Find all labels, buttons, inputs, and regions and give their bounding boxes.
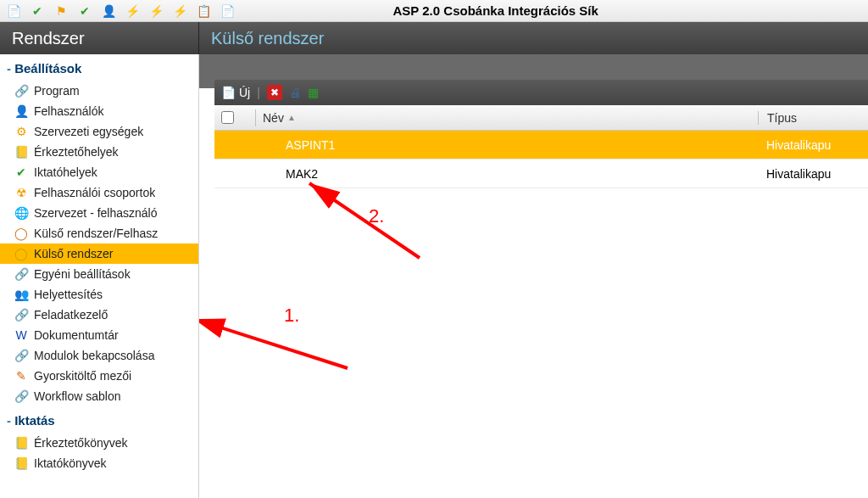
app-title: ASP 2.0 Csobánka Integrációs Sík bbox=[393, 3, 598, 18]
tb-icon-2[interactable]: ✔ bbox=[27, 2, 47, 20]
svg-line-0 bbox=[199, 319, 348, 368]
select-all-checkbox[interactable] bbox=[221, 111, 234, 124]
sidebar-item-label: Egyéni beállítások bbox=[34, 267, 131, 281]
row-name: ASPINT1 bbox=[286, 138, 758, 152]
new-button[interactable]: 📄 Új bbox=[221, 86, 250, 99]
sidebar-item[interactable]: 🔗Workflow sablon bbox=[0, 386, 198, 406]
sidebar-item-icon: ☢ bbox=[14, 185, 29, 200]
tb-icon-8[interactable]: ⚡ bbox=[170, 2, 190, 20]
sidebar-item-label: Felhasználói csoportok bbox=[34, 186, 155, 199]
sidebar-item[interactable]: WDokumentumtár bbox=[0, 325, 198, 345]
sort-asc-icon: ▲ bbox=[287, 113, 296, 122]
sidebar-item-icon: 📒 bbox=[14, 435, 29, 450]
sidebar-item-icon: ◯ bbox=[14, 226, 29, 241]
sidebar-item[interactable]: 👥Helyettesítés bbox=[0, 284, 198, 305]
table-row[interactable]: MAK2Hivatalikapu bbox=[214, 159, 868, 188]
sidebar-item-icon: ◯ bbox=[14, 246, 29, 261]
sidebar-item[interactable]: 🔗Egyéni beállítások bbox=[0, 264, 198, 284]
content-toolbar: 📄 Új | ✖ 🖨 ▦ bbox=[214, 80, 868, 105]
export-excel-button[interactable]: ▦ bbox=[308, 86, 319, 99]
sidebar-item[interactable]: ◯Külső rendszer bbox=[0, 243, 198, 264]
sidebar-item-icon: ✔ bbox=[14, 165, 29, 180]
sidebar-item[interactable]: 👤Felhasználók bbox=[0, 101, 198, 121]
sidebar-item[interactable]: ⚙Szervezeti egységek bbox=[0, 121, 198, 142]
column-separator bbox=[255, 109, 256, 126]
annotation-1: 1. bbox=[284, 305, 299, 327]
sidebar-item-label: Érkeztetőkönyvek bbox=[34, 436, 128, 450]
annotation-2: 2. bbox=[369, 205, 384, 227]
row-type: Hivatalikapu bbox=[758, 167, 868, 181]
sidebar-item-icon: 📒 bbox=[14, 144, 29, 159]
table-row[interactable]: ASPINT1Hivatalikapu bbox=[214, 131, 868, 159]
column-header-name[interactable]: Név ▲ bbox=[263, 111, 758, 125]
tb-icon-5[interactable]: 👤 bbox=[98, 2, 119, 20]
header-left-title: Rendszer bbox=[0, 22, 199, 54]
sidebar-item-icon: 🌐 bbox=[14, 205, 29, 221]
tb-icon-4[interactable]: ✔ bbox=[75, 2, 95, 20]
sidebar-item[interactable]: 🔗Feladatkezelő bbox=[0, 305, 198, 325]
toolbar-separator: | bbox=[257, 86, 260, 99]
sidebar-item[interactable]: ◯Külső rendszer/Felhasz bbox=[0, 223, 198, 243]
print-button[interactable]: 🖨 bbox=[289, 86, 301, 99]
sidebar-item-icon: W bbox=[14, 327, 29, 343]
sidebar-item-icon: 🔗 bbox=[14, 348, 29, 363]
sidebar-item-label: Iktatóhelyek bbox=[34, 165, 97, 179]
sidebar-item-label: Modulok bekapcsolása bbox=[34, 349, 154, 362]
main-content: 📄 Új | ✖ 🖨 ▦ Név ▲ Típus ASPINT1Hivatali… bbox=[199, 54, 868, 498]
row-name: MAK2 bbox=[286, 167, 758, 181]
sidebar-item-icon: 🔗 bbox=[14, 266, 29, 282]
file-icon: 📄 bbox=[221, 86, 236, 99]
sidebar-section-head[interactable]: Iktatás bbox=[0, 406, 198, 433]
tb-icon-10[interactable]: 📄 bbox=[217, 2, 237, 20]
table-body: ASPINT1HivatalikapuMAK2Hivatalikapu bbox=[214, 131, 868, 188]
sidebar-item[interactable]: 🔗Program bbox=[0, 81, 198, 101]
sidebar-item-icon: ⚙ bbox=[14, 124, 29, 139]
tb-icon-6[interactable]: ⚡ bbox=[122, 2, 142, 20]
svg-line-1 bbox=[309, 183, 420, 258]
header-right-title: Külső rendszer bbox=[199, 22, 868, 54]
tb-icon-3[interactable]: ⚑ bbox=[51, 2, 71, 20]
sidebar-item-icon: 🔗 bbox=[14, 307, 29, 322]
tb-icon-1[interactable]: 📄 bbox=[3, 2, 24, 20]
sidebar-item-label: Felhasználók bbox=[34, 104, 104, 118]
sidebar-item[interactable]: 📒Érkeztetőkönyvek bbox=[0, 433, 198, 453]
header-bar: Rendszer Külső rendszer bbox=[0, 22, 868, 54]
sidebar-item-label: Érkeztetőhelyek bbox=[34, 145, 119, 159]
table-header: Név ▲ Típus bbox=[214, 105, 868, 131]
sidebar-item-label: Szervezeti egységek bbox=[34, 125, 143, 138]
select-all-cell bbox=[221, 111, 255, 124]
tb-icon-9[interactable]: 📋 bbox=[193, 2, 214, 20]
row-type: Hivatalikapu bbox=[758, 138, 868, 152]
sidebar-item-label: Program bbox=[34, 84, 80, 98]
sidebar-item-label: Helyettesítés bbox=[34, 288, 103, 301]
sidebar-item[interactable]: 📒Iktatókönyvek bbox=[0, 453, 198, 473]
sidebar: Beállítások🔗Program👤Felhasználók⚙Szervez… bbox=[0, 54, 199, 498]
sidebar-item-label: Iktatókönyvek bbox=[34, 456, 107, 470]
sidebar-item-icon: 👥 bbox=[14, 287, 29, 302]
sidebar-item-icon: ✎ bbox=[14, 368, 29, 383]
column-name-label: Név bbox=[263, 111, 284, 125]
column-header-type[interactable]: Típus bbox=[758, 111, 868, 125]
sidebar-item-icon: 👤 bbox=[14, 104, 29, 119]
sidebar-section-head[interactable]: Beállítások bbox=[0, 54, 198, 81]
sidebar-item[interactable]: 🔗Modulok bekapcsolása bbox=[0, 345, 198, 366]
top-toolbar: 📄 ✔ ⚑ ✔ 👤 ⚡ ⚡ ⚡ 📋 📄 ASP 2.0 Csobánka Int… bbox=[0, 0, 868, 22]
sidebar-item-label: Feladatkezelő bbox=[34, 308, 108, 322]
sidebar-item-icon: 📒 bbox=[14, 456, 29, 471]
sidebar-item[interactable]: 🌐Szervezet - felhasználó bbox=[0, 203, 198, 223]
tb-icon-7[interactable]: ⚡ bbox=[146, 2, 166, 20]
new-button-label: Új bbox=[239, 86, 250, 99]
column-type-label: Típus bbox=[767, 111, 797, 125]
sidebar-item-label: Workflow sablon bbox=[34, 389, 120, 403]
sidebar-item-label: Külső rendszer/Felhasz bbox=[34, 227, 158, 240]
sidebar-item[interactable]: 📒Érkeztetőhelyek bbox=[0, 142, 198, 162]
sidebar-item-label: Dokumentumtár bbox=[34, 328, 119, 342]
sidebar-item-icon: 🔗 bbox=[14, 389, 29, 404]
sidebar-item-icon: 🔗 bbox=[14, 83, 29, 98]
delete-button[interactable]: ✖ bbox=[267, 85, 282, 100]
sidebar-item[interactable]: ☢Felhasználói csoportok bbox=[0, 182, 198, 203]
sidebar-item[interactable]: ✔Iktatóhelyek bbox=[0, 162, 198, 182]
sidebar-item[interactable]: ✎Gyorskitöltő mezői bbox=[0, 366, 198, 386]
sidebar-item-label: Gyorskitöltő mezői bbox=[34, 369, 131, 383]
sidebar-item-label: Külső rendszer bbox=[34, 247, 113, 260]
